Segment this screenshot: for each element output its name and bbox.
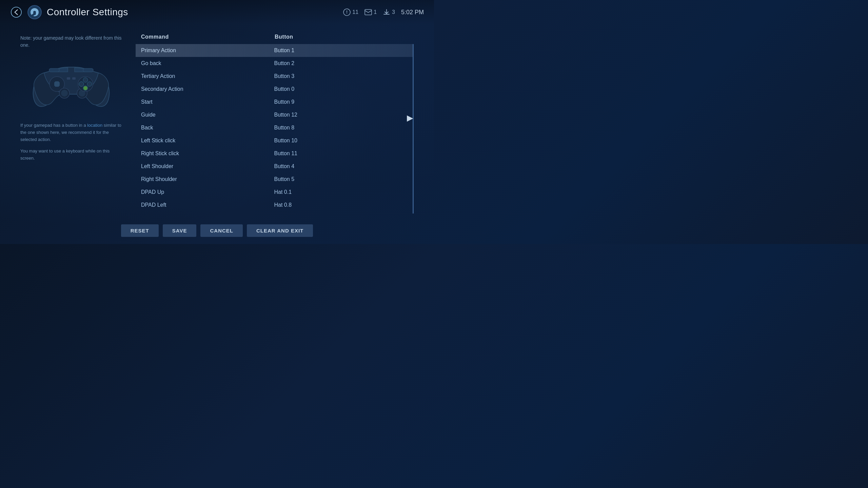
row-command-2: Tertiary Action [141, 73, 274, 79]
cancel-button[interactable]: CANCEL [200, 224, 243, 237]
table-row[interactable]: Left Stick click Button 10 [136, 134, 413, 147]
alerts-count: 11 [352, 9, 358, 15]
row-command-10: Right Shoulder [141, 176, 274, 182]
row-command-7: Left Stick click [141, 138, 274, 144]
svg-point-20 [79, 82, 84, 86]
download-icon [383, 8, 390, 16]
description-text: If your gamepad has a button in a locati… [20, 122, 122, 143]
messages-indicator: 1 [364, 9, 377, 15]
svg-rect-23 [83, 68, 93, 72]
row-button-11: Hat 0.1 [274, 189, 408, 195]
svg-rect-8 [55, 81, 59, 87]
header-left: Controller Settings [10, 5, 343, 20]
svg-point-14 [83, 78, 88, 82]
col-button-header: Button [275, 34, 408, 40]
row-command-8: Right Stick click [141, 150, 274, 157]
col-command-header: Command [141, 34, 275, 40]
row-button-12: Hat 0.8 [274, 202, 408, 208]
svg-rect-18 [67, 77, 70, 80]
svg-point-10 [61, 90, 68, 97]
row-button-8: Button 11 [274, 150, 408, 157]
svg-point-2 [33, 11, 36, 14]
table-row[interactable]: Start Button 9 [136, 96, 413, 108]
row-button-9: Button 4 [274, 163, 408, 169]
table-header: Command Button [136, 31, 414, 43]
current-time: 5:02 PM [401, 9, 424, 16]
svg-point-15 [87, 82, 92, 86]
table-row[interactable]: Guide Button 12 [136, 108, 413, 121]
svg-rect-19 [72, 77, 76, 80]
clear-and-exit-button[interactable]: CLEAR AND EXIT [247, 224, 313, 237]
table-row[interactable]: DPAD Left Hat 0.8 [136, 199, 413, 211]
table-row[interactable]: Back Button 8 [136, 121, 413, 134]
row-command-9: Left Shoulder [141, 163, 274, 169]
row-button-5: Button 12 [274, 112, 408, 118]
row-button-10: Button 5 [274, 176, 408, 182]
row-command-11: DPAD Up [141, 189, 274, 195]
row-button-0: Button 1 [274, 47, 408, 54]
row-command-12: DPAD Left [141, 202, 274, 208]
header-right: ! 11 1 3 5:02 PM [343, 8, 424, 16]
svg-point-0 [11, 7, 21, 17]
steam-logo-icon [27, 5, 42, 20]
messages-count: 1 [374, 9, 377, 15]
row-command-6: Back [141, 125, 274, 131]
left-panel: Note: your gamepad may look different fr… [20, 31, 122, 214]
row-command-5: Guide [141, 112, 274, 118]
message-icon [364, 9, 372, 15]
reset-button[interactable]: RESET [121, 224, 159, 237]
table-row[interactable]: Tertiary Action Button 3 [136, 70, 413, 83]
table-body[interactable]: Primary Action Button 1 Go back Button 2… [136, 44, 414, 214]
alert-icon: ! [343, 8, 351, 16]
row-command-3: Secondary Action [141, 86, 274, 92]
keyboard-note: You may want to use a keyboard while on … [20, 148, 122, 162]
table-row[interactable]: Primary Action Button 1 [136, 44, 413, 57]
back-button[interactable] [10, 6, 22, 18]
right-panel: Command Button Primary Action Button 1 G… [136, 31, 414, 214]
row-button-3: Button 0 [274, 86, 408, 92]
save-button[interactable]: SAVE [163, 224, 197, 237]
row-command-4: Start [141, 99, 274, 105]
header: Controller Settings ! 11 1 3 5:02 PM [0, 0, 434, 24]
row-button-6: Button 8 [274, 125, 408, 131]
svg-rect-5 [365, 9, 372, 15]
table-row[interactable]: Right Stick click Button 11 [136, 147, 413, 160]
row-button-7: Button 10 [274, 138, 408, 144]
row-button-1: Button 2 [274, 60, 408, 66]
downloads-count: 3 [392, 9, 395, 15]
table-row[interactable]: Go back Button 2 [136, 57, 413, 70]
row-button-2: Button 3 [274, 73, 408, 79]
table-row[interactable]: DPAD Down Hat 0.4 [136, 211, 413, 214]
table-row[interactable]: Right Shoulder Button 5 [136, 173, 413, 186]
alerts-indicator: ! 11 [343, 8, 358, 16]
svg-text:!: ! [346, 10, 348, 15]
gamepad-note: Note: your gamepad may look different fr… [20, 35, 122, 49]
row-command-1: Go back [141, 60, 274, 66]
svg-point-21 [83, 86, 87, 90]
table-row[interactable]: DPAD Up Hat 0.1 [136, 186, 413, 199]
table-row[interactable]: Secondary Action Button 0 [136, 83, 413, 96]
footer: RESET SAVE CANCEL CLEAR AND EXIT [0, 217, 434, 244]
table-row[interactable]: Left Shoulder Button 4 [136, 160, 413, 173]
row-command-0: Primary Action [141, 47, 274, 54]
location-highlight: location [87, 123, 102, 128]
page-title: Controller Settings [47, 7, 128, 18]
downloads-indicator: 3 [383, 8, 395, 16]
main-content: Note: your gamepad may look different fr… [0, 24, 434, 217]
svg-rect-22 [49, 68, 59, 72]
row-button-4: Button 9 [274, 99, 408, 105]
gamepad-illustration [31, 54, 112, 115]
